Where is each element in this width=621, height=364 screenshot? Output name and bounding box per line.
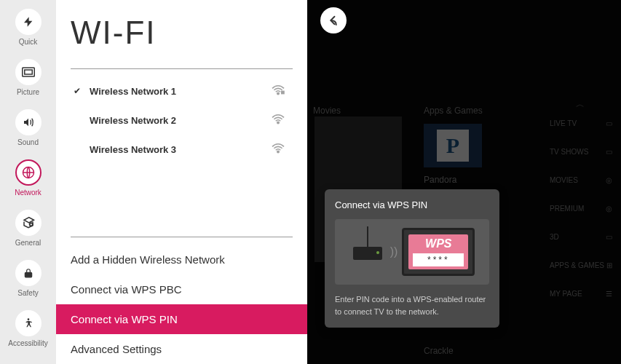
svg-point-9 xyxy=(277,122,279,123)
sidebar-label: Sound xyxy=(17,138,39,146)
background-area: ︿ Movies Apps & Games P Pandora Crackle … xyxy=(307,0,621,364)
right-menu: LIVE TV▭ TV SHOWS▭ MOVIES◎ PREMIUM◎ 3D▭ … xyxy=(541,109,621,308)
check-icon: ✔ xyxy=(74,86,87,96)
premium-icon: ◎ xyxy=(606,205,612,213)
tv-icon: ▭ xyxy=(606,119,612,127)
network-item[interactable]: Wireless Network 3 xyxy=(56,135,307,164)
tooltip-text: Enter PIN code into a WPS-enabled router… xyxy=(335,293,489,317)
network-list: ✔ Wireless Network 1 Wireless Network 2 … xyxy=(56,76,307,237)
section-header-movies: Movies xyxy=(313,106,341,116)
lock-icon xyxy=(15,260,41,286)
option-wps-pin[interactable]: Connect via WPS PIN xyxy=(56,304,307,334)
wifi-options: Add a Hidden Wireless Network Connect vi… xyxy=(56,245,307,364)
right-menu-item[interactable]: MOVIES◎ xyxy=(541,166,621,194)
tooltip-illustration: )) WPS **** xyxy=(335,219,489,285)
network-item[interactable]: Wireless Network 2 xyxy=(56,106,307,135)
option-add-hidden[interactable]: Add a Hidden Wireless Network xyxy=(56,245,307,274)
pin-box: **** xyxy=(413,253,464,266)
option-wps-pbc[interactable]: Connect via WPS PBC xyxy=(56,274,307,304)
page-title: WI-FI xyxy=(56,15,307,68)
accessibility-icon xyxy=(15,310,41,336)
divider xyxy=(71,68,293,69)
tooltip-title: Connect via WPS PIN xyxy=(335,199,489,210)
sidebar-item-quick[interactable]: Quick xyxy=(15,9,41,46)
sidebar-label: General xyxy=(15,239,41,247)
sidebar-item-picture[interactable]: Picture xyxy=(15,59,41,96)
svg-point-4 xyxy=(30,223,31,225)
wifi-panel: WI-FI ✔ Wireless Network 1 Wireless Netw… xyxy=(56,0,307,364)
sidebar-item-network[interactable]: Network xyxy=(15,159,41,197)
wps-tooltip: Connect via WPS PIN )) WPS **** Enter PI… xyxy=(325,189,499,328)
settings-sidebar: Quick Picture Sound Network General Safe… xyxy=(0,0,56,364)
network-name: Wireless Network 2 xyxy=(87,115,271,126)
divider xyxy=(71,237,293,237)
sidebar-label: Safety xyxy=(17,289,38,297)
bg-sections xyxy=(307,0,621,109)
sound-icon xyxy=(15,109,41,135)
right-menu-item[interactable]: PREMIUM◎ xyxy=(541,194,621,223)
right-menu-item[interactable]: MY PAGE☰ xyxy=(541,280,621,308)
picture-icon xyxy=(15,59,41,85)
right-menu-item[interactable]: LIVE TV▭ xyxy=(541,109,621,138)
sidebar-item-accessibility[interactable]: Accessibility xyxy=(8,310,47,347)
wifi-icon xyxy=(271,142,285,157)
sidebar-item-sound[interactable]: Sound xyxy=(15,109,41,146)
svg-rect-1 xyxy=(24,70,32,74)
network-icon xyxy=(15,159,41,186)
wps-label: WPS xyxy=(425,237,451,250)
right-menu-item[interactable]: APPS & GAMES⊞ xyxy=(541,251,621,280)
bolt-icon xyxy=(15,9,41,35)
router-icon xyxy=(349,226,386,277)
svg-rect-8 xyxy=(281,91,285,95)
apps-icon: ⊞ xyxy=(606,261,612,269)
pandora-tile[interactable]: P xyxy=(424,124,482,167)
tvshows-icon: ▭ xyxy=(606,148,612,156)
pandora-label: Pandora xyxy=(424,175,456,185)
wifi-secured-icon xyxy=(271,84,285,98)
tv-icon: WPS **** xyxy=(402,228,475,276)
movies-icon: ◎ xyxy=(606,176,612,184)
mypage-icon: ☰ xyxy=(606,290,612,298)
svg-rect-5 xyxy=(25,272,31,277)
crackle-label: Crackle xyxy=(424,346,454,356)
right-menu-item[interactable]: TV SHOWS▭ xyxy=(541,138,621,166)
sidebar-label: Picture xyxy=(17,88,39,96)
wifi-icon xyxy=(271,113,285,127)
pandora-logo: P xyxy=(437,130,469,162)
network-name: Wireless Network 3 xyxy=(87,144,271,155)
svg-point-7 xyxy=(277,92,279,94)
network-name: Wireless Network 1 xyxy=(87,86,271,97)
sidebar-item-general[interactable]: General xyxy=(15,210,41,247)
sidebar-label: Quick xyxy=(19,38,38,46)
sidebar-label: Network xyxy=(15,189,41,197)
general-icon xyxy=(15,210,41,236)
sidebar-item-safety[interactable]: Safety xyxy=(15,260,41,297)
right-menu-item[interactable]: 3D▭ xyxy=(541,223,621,251)
network-item[interactable]: ✔ Wireless Network 1 xyxy=(56,76,307,106)
option-advanced[interactable]: Advanced Settings xyxy=(56,334,307,364)
3d-icon: ▭ xyxy=(606,233,612,241)
svg-point-6 xyxy=(27,318,29,320)
svg-point-10 xyxy=(277,151,279,152)
section-header-apps: Apps & Games xyxy=(424,106,483,116)
back-button[interactable] xyxy=(320,7,347,33)
signal-icon: )) xyxy=(390,245,398,258)
sidebar-label: Accessibility xyxy=(8,339,47,347)
